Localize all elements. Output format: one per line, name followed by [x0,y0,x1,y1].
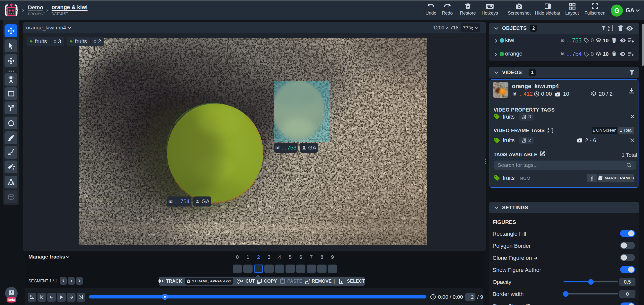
svg-text:Z: Z [547,130,549,133]
svg-text:Z: Z [608,28,610,31]
